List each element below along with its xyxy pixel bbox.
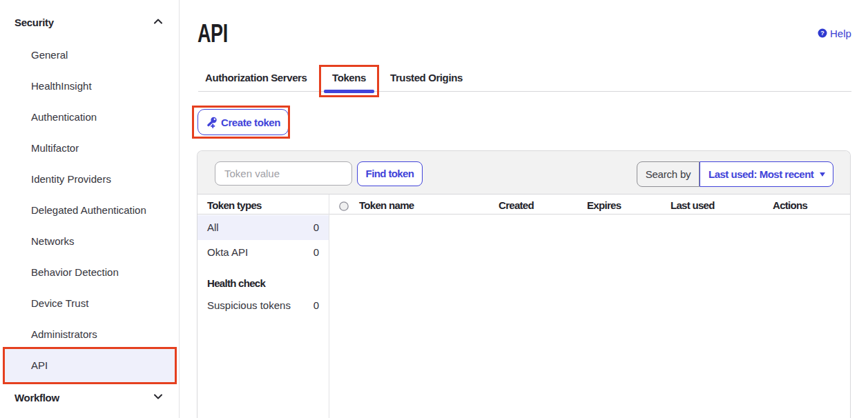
svg-text:?: ? bbox=[820, 30, 824, 37]
